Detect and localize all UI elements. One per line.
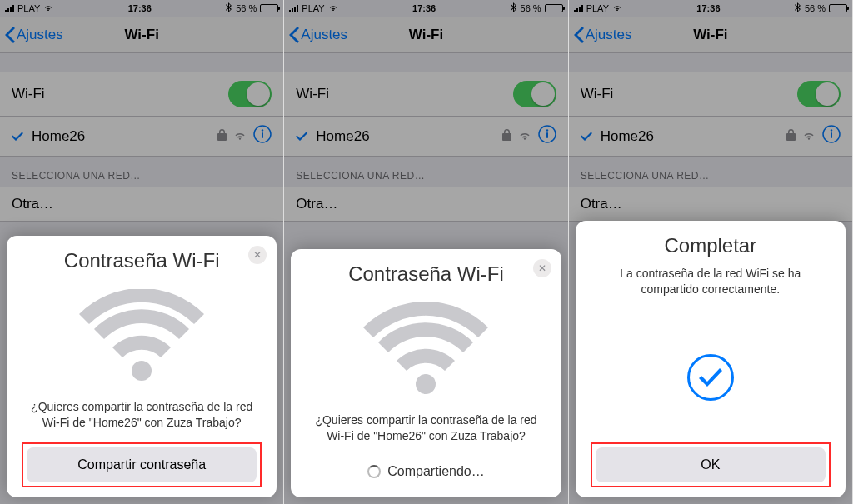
- sharing-status: Compartiendo…: [367, 456, 485, 487]
- wifi-large-icon: [363, 302, 488, 397]
- sharing-card: ✕ Contraseña Wi-Fi ¿Quieres compartir la…: [291, 249, 561, 497]
- card-text: La contraseña de la red WiFi se ha compa…: [591, 266, 831, 297]
- share-password-card: ✕ Contraseña Wi-Fi ¿Quieres compartir la…: [7, 236, 277, 497]
- close-icon[interactable]: ✕: [248, 246, 267, 264]
- highlight-annotation: Compartir contraseña: [22, 442, 262, 487]
- complete-card: Completar La contraseña de la red WiFi s…: [576, 221, 846, 497]
- screen-share-prompt: PLAY 17:36 56 % Ajustes Wi-Fi Wi-Fi Ho: [0, 0, 284, 504]
- success-check-icon: [687, 354, 734, 401]
- sharing-label: Compartiendo…: [387, 464, 485, 479]
- card-text: ¿Quieres compartir la contraseña de la r…: [306, 412, 546, 444]
- card-text: ¿Quieres compartir la contraseña de la r…: [22, 399, 262, 431]
- screen-sharing: PLAY 17:36 56 % Ajustes Wi-Fi Wi-Fi Home…: [284, 0, 568, 504]
- close-icon[interactable]: ✕: [533, 259, 551, 277]
- card-title: Contraseña Wi-Fi: [348, 262, 504, 286]
- spinner-icon: [367, 465, 381, 478]
- highlight-annotation: OK: [591, 442, 831, 487]
- share-password-button[interactable]: Compartir contraseña: [27, 447, 257, 482]
- screen-complete: PLAY 17:36 56 % Ajustes Wi-Fi Wi-Fi Home…: [569, 0, 853, 504]
- card-title: Completar: [664, 234, 756, 257]
- card-title: Contraseña Wi-Fi: [64, 249, 220, 272]
- wifi-large-icon: [79, 289, 204, 384]
- ok-button[interactable]: OK: [596, 447, 826, 482]
